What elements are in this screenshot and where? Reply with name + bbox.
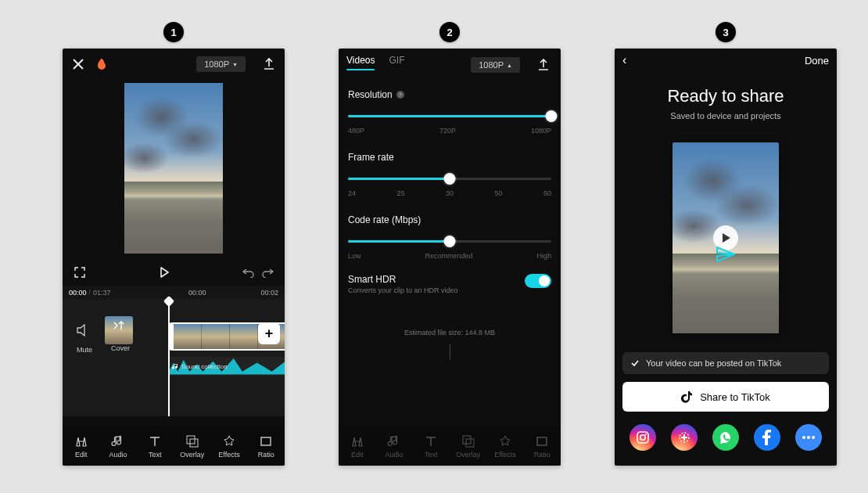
divider	[450, 344, 450, 360]
tool-ratio: Ratio	[524, 426, 561, 466]
tool-edit-label: Edit	[75, 451, 88, 459]
resolution-chip[interactable]: 1080P▼	[196, 56, 246, 72]
export-settings-screen: Videos GIF 1080P▲ Resolution? 480P720P10…	[339, 49, 561, 466]
tick: 50	[494, 189, 502, 197]
coderate-label: Code rate (Mbps)	[348, 214, 421, 225]
tool-audio-label: Audio	[385, 451, 403, 459]
svg-rect-1	[190, 439, 198, 447]
capcut-watermark-icon	[716, 246, 736, 263]
tick: 1080P	[531, 127, 551, 135]
tiktok-notice-text: Your video can be posted on TikTok	[646, 358, 781, 368]
play-button[interactable]	[155, 263, 174, 282]
tool-effects: Effects	[486, 426, 523, 466]
editor-screen: 1080P▼ 00:00 / 01:37 00:00 00:02 Mute	[63, 49, 285, 466]
svg-rect-6	[637, 432, 648, 443]
undo-icon[interactable]	[239, 263, 258, 282]
svg-rect-4	[466, 439, 474, 447]
step-badge-2: 2	[439, 22, 460, 42]
tool-overlay-label: Overlay	[180, 451, 204, 459]
more-icon[interactable]	[795, 424, 822, 451]
social-row	[615, 412, 837, 454]
smart-hdr-toggle[interactable]	[525, 274, 551, 288]
tool-text: Text	[413, 426, 450, 466]
svg-point-8	[645, 434, 647, 435]
audio-clip[interactable]: Sound collection	[169, 357, 285, 376]
tool-audio[interactable]: Audio	[99, 426, 136, 466]
tiktok-icon	[681, 390, 694, 403]
smart-hdr-sub: Converts your clip to an HDR video	[348, 286, 458, 294]
tick: 480P	[348, 127, 364, 135]
editor-toolbar-dim: Edit Audio Text Overlay Effects Ratio	[339, 426, 561, 466]
cover-button[interactable]: Cover	[105, 316, 136, 354]
share-screen: ‹ Done Ready to share Saved to device an…	[615, 49, 837, 466]
framerate-slider[interactable]	[348, 167, 551, 189]
tool-audio: Audio	[375, 426, 412, 466]
tool-ratio-label: Ratio	[258, 451, 274, 459]
playhead[interactable]	[168, 299, 170, 416]
check-icon	[630, 358, 640, 368]
svg-point-12	[812, 436, 815, 439]
info-icon[interactable]: ?	[396, 91, 404, 99]
tab-videos[interactable]: Videos	[346, 55, 375, 75]
done-button[interactable]: Done	[805, 55, 829, 67]
chevron-down-icon: ▼	[232, 62, 238, 67]
tool-effects-label: Effects	[494, 451, 515, 459]
tick: Recommended	[425, 252, 472, 260]
svg-point-11	[807, 436, 810, 439]
whatsapp-icon[interactable]	[712, 424, 739, 451]
coderate-slider[interactable]	[348, 230, 551, 252]
framerate-label: Frame rate	[348, 152, 394, 163]
share-tiktok-label: Share to TikTok	[700, 391, 770, 403]
tool-ratio[interactable]: Ratio	[248, 426, 285, 466]
flame-icon[interactable]	[92, 55, 111, 74]
back-icon[interactable]: ‹	[622, 53, 626, 67]
resolution-chip-label: 1080P	[204, 59, 229, 69]
result-preview[interactable]	[673, 142, 779, 333]
export-icon[interactable]	[260, 55, 278, 74]
tool-effects[interactable]: Effects	[210, 426, 247, 466]
svg-point-10	[802, 436, 805, 439]
export-icon[interactable]	[534, 56, 553, 74]
mute-button[interactable]: Mute	[69, 316, 100, 354]
svg-rect-5	[537, 437, 547, 445]
facebook-icon[interactable]	[754, 424, 780, 451]
capcut-template-icon[interactable]	[671, 424, 698, 451]
tool-audio-label: Audio	[109, 451, 127, 459]
cover-label: Cover	[111, 344, 130, 352]
svg-rect-2	[261, 437, 271, 445]
ruler-tick-0: 00:00	[188, 289, 206, 297]
fullscreen-icon[interactable]	[70, 263, 89, 282]
tool-overlay[interactable]: Overlay	[174, 426, 210, 466]
tool-effects-label: Effects	[218, 451, 239, 459]
tool-text-label: Text	[425, 451, 438, 459]
video-preview[interactable]	[63, 80, 285, 258]
ruler-tick-1: 00:02	[260, 289, 278, 297]
audio-label: Sound collection	[181, 363, 228, 370]
tiktok-notice: Your video can be posted on TikTok	[622, 352, 829, 374]
mute-label: Mute	[77, 346, 92, 354]
add-clip-button[interactable]: +	[258, 322, 280, 344]
smart-hdr-label: Smart HDR	[348, 274, 458, 285]
tool-edit[interactable]: Edit	[63, 426, 99, 466]
tick: 25	[396, 189, 404, 197]
redo-icon[interactable]	[258, 263, 277, 282]
instagram-icon[interactable]	[629, 424, 656, 451]
time-total: 01:37	[93, 289, 111, 297]
resolution-chip-label: 1080P	[479, 60, 504, 70]
resolution-slider[interactable]	[348, 105, 551, 127]
estimate-label: Estimated file size: 144.8 MB	[339, 329, 561, 336]
tick: 24	[348, 189, 356, 197]
tool-edit: Edit	[339, 426, 375, 466]
tool-text-label: Text	[149, 451, 162, 459]
resolution-chip[interactable]: 1080P▲	[471, 57, 520, 73]
tool-text[interactable]: Text	[137, 426, 174, 466]
tab-gif[interactable]: GIF	[389, 55, 404, 75]
timeline[interactable]: Mute Cover + Sound collection	[63, 299, 285, 416]
share-title: Ready to share	[615, 86, 837, 106]
tick: High	[536, 252, 551, 260]
close-icon[interactable]	[69, 55, 88, 74]
share-subtitle: Saved to device and projects	[615, 111, 837, 121]
time-current: 00:00	[69, 289, 87, 297]
step-badge-1: 1	[163, 22, 184, 42]
share-tiktok-button[interactable]: Share to TikTok	[622, 382, 829, 412]
